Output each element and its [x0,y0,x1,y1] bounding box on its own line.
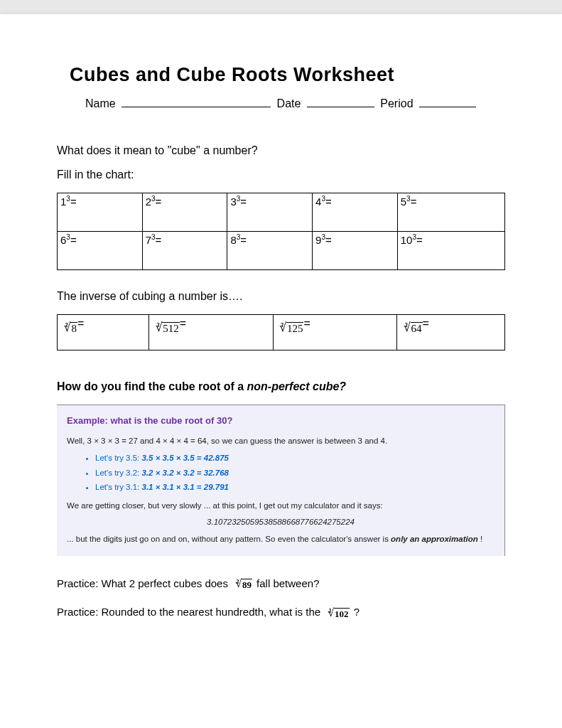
cuberoot-icon: 3√125 [276,321,304,334]
chart-cell[interactable]: 23= [142,193,227,232]
period-label: Period [380,97,413,109]
root-cell[interactable]: 3√64= [397,315,505,350]
chart-cell[interactable]: 63= [58,232,143,270]
chart-cell[interactable]: 93= [313,232,398,270]
chart-cell[interactable]: 43= [313,193,398,232]
date-blank[interactable] [307,96,374,107]
root-cell[interactable]: 3√8= [58,315,149,350]
prompt-nonperfect: How do you find the cube root of a non-p… [57,380,505,393]
chart-cell[interactable]: 13= [58,193,143,232]
example-list: Let's try 3.5: 3.5 × 3.5 × 3.5 = 42.875 … [95,451,495,493]
cuberoot-icon: 3√102 [325,607,349,619]
date-label: Date [277,97,301,109]
name-label: Name [85,97,116,109]
page-title: Cubes and Cube Roots Worksheet [70,64,505,86]
example-bullet: Let's try 3.5: 3.5 × 3.5 × 3.5 = 42.875 [95,451,495,464]
worksheet-page: Cubes and Cube Roots Worksheet Name Date… [0,14,562,728]
period-blank[interactable] [419,96,476,107]
chart-cell[interactable]: 73= [142,232,227,270]
chart-cell[interactable]: 103= [397,232,504,270]
prompt-cube-meaning: What does it mean to "cube" a number? [57,144,505,157]
root-cell[interactable]: 3√512= [148,315,273,350]
chart-cell[interactable]: 83= [227,232,313,270]
cuberoot-icon: 3√64 [400,321,422,334]
prompt-inverse: The inverse of cubing a number is…. [57,290,505,303]
example-line: Well, 3 × 3 × 3 = 27 and 4 × 4 × 4 = 64,… [67,434,495,447]
chart-cell[interactable]: 53= [397,193,504,232]
cuberoot-icon: 3√89 [232,578,252,590]
example-box: Example: what is the cube root of 30? We… [57,405,505,556]
practice-1: Practice: What 2 perfect cubes does 3√89… [57,577,505,591]
practice-2: Practice: Rounded to the nearest hundred… [57,606,505,619]
cubes-chart: 13= 23= 33= 43= 53= 63= 73= 83= 93= 103= [57,193,505,270]
prompt-fill-chart: Fill in the chart: [57,168,505,181]
example-line: ... but the digits just go on and on, wi… [67,532,495,545]
cube-roots-chart: 3√8= 3√512= 3√125= 3√64= [57,314,505,350]
example-title: Example: what is the cube root of 30? [67,414,495,429]
example-bullet: Let's try 3.2: 3.2 × 3.2 × 3.2 = 32.768 [95,466,495,479]
chart-cell[interactable]: 33= [227,193,313,232]
cuberoot-icon: 3√8 [60,321,77,334]
example-result: 3.1072325059538588668776624275224 [67,515,495,528]
root-cell[interactable]: 3√125= [273,315,397,350]
student-info-line: Name Date Period [85,96,505,110]
name-blank[interactable] [121,96,271,107]
cuberoot-icon: 3√512 [152,321,180,334]
example-line: We are getting closer, but very slowly .… [67,499,495,512]
example-bullet: Let's try 3.1: 3.1 × 3.1 × 3.1 = 29.791 [95,481,495,493]
